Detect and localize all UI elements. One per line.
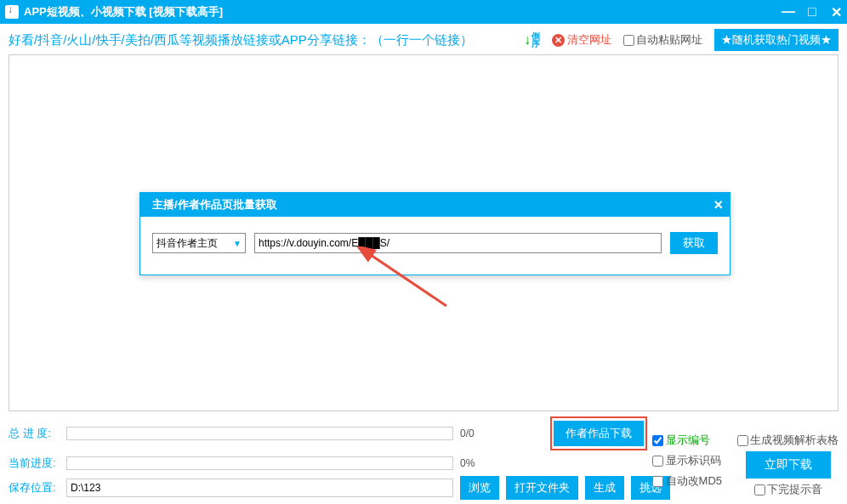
- platform-select[interactable]: 抖音作者主页 ▼: [152, 233, 246, 253]
- show-id-checkbox[interactable]: 显示标识码: [652, 453, 722, 468]
- modal-body: 抖音作者主页 ▼ 获取: [140, 217, 730, 275]
- modal-title-bar: 主播/作者作品页批量获取 ×: [140, 193, 730, 217]
- gen-table-checkbox[interactable]: 生成视频解析表格: [737, 433, 838, 448]
- app-icon: [5, 5, 19, 19]
- author-url-input[interactable]: [254, 233, 662, 253]
- right-options: 显示编号 显示标识码 自动改MD5 生成视频解析表格 立即下载 下完提示音: [652, 433, 838, 497]
- show-number-checkbox[interactable]: 显示编号: [652, 433, 722, 448]
- close-button[interactable]: ✕: [830, 6, 842, 18]
- total-progress-value: 0/0: [460, 428, 494, 439]
- done-sound-checkbox[interactable]: 下完提示音: [754, 482, 822, 497]
- save-location-input[interactable]: [66, 479, 453, 497]
- clear-urls-button[interactable]: ✕ 清空网址: [552, 32, 611, 48]
- minimize-button[interactable]: —: [782, 6, 794, 18]
- url-hint: 好看/抖音/火山/快手/美拍/西瓜等视频播放链接或APP分享链接：（一行一个链接…: [9, 32, 473, 48]
- modal-title: 主播/作者作品页批量获取: [152, 197, 277, 212]
- download-now-button[interactable]: 立即下载: [746, 451, 831, 479]
- current-progress-label: 当前进度:: [9, 456, 60, 471]
- author-download-highlight: 作者作品下载: [550, 416, 647, 450]
- save-location-label: 保存位置:: [9, 480, 60, 496]
- platform-select-value: 抖音作者主页: [156, 236, 218, 251]
- title-bar: APP短视频、小视频下载 [视频下载高手] — □ ✕: [0, 0, 847, 24]
- total-progress-label: 总 进 度:: [9, 426, 60, 441]
- auto-md5-checkbox[interactable]: 自动改MD5: [652, 473, 722, 489]
- window-controls: — □ ✕: [782, 6, 842, 18]
- browse-button[interactable]: 浏览: [460, 476, 499, 500]
- chevron-down-icon: ▼: [233, 239, 242, 248]
- author-batch-modal: 主播/作者作品页批量获取 × 抖音作者主页 ▼ 获取: [139, 192, 730, 275]
- current-progress-value: 0%: [460, 457, 494, 469]
- current-progress-bar: [66, 456, 453, 470]
- window-title: APP短视频、小视频下载 [视频下载高手]: [24, 4, 223, 20]
- arrow-down-icon: ↓: [524, 32, 531, 48]
- auto-paste-input[interactable]: [623, 35, 634, 46]
- top-toolbar: 好看/抖音/火山/快手/美拍/西瓜等视频播放链接或APP分享链接：（一行一个链接…: [0, 24, 847, 54]
- open-folder-button[interactable]: 打开文件夹: [506, 476, 578, 500]
- modal-close-button[interactable]: ×: [713, 196, 723, 214]
- reverse-order-button[interactable]: ↓ 倒序: [524, 32, 540, 48]
- author-works-download-button[interactable]: 作者作品下载: [554, 421, 644, 446]
- maximize-button[interactable]: □: [806, 6, 818, 18]
- random-hot-button[interactable]: ★随机获取热门视频★: [714, 29, 838, 51]
- generate-button[interactable]: 生成: [585, 476, 624, 500]
- auto-paste-checkbox[interactable]: 自动粘贴网址: [623, 32, 702, 48]
- close-circle-icon: ✕: [552, 34, 565, 47]
- total-progress-bar: [66, 427, 453, 440]
- fetch-button[interactable]: 获取: [670, 232, 718, 254]
